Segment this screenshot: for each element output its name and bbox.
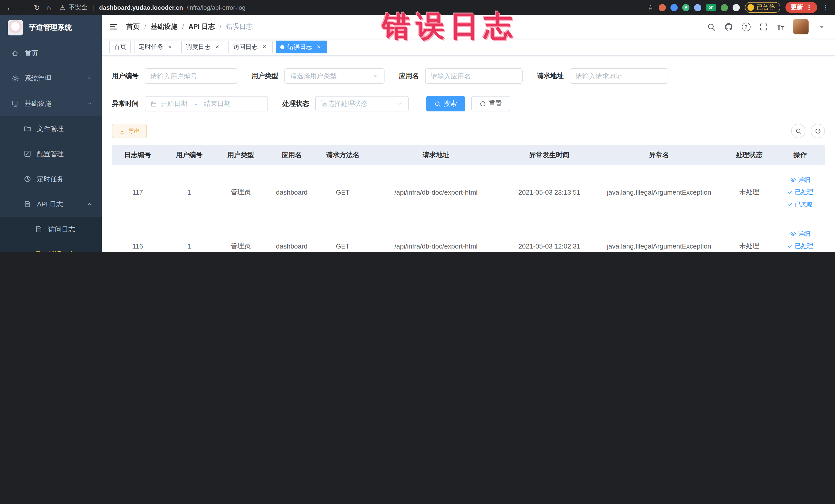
update-button[interactable]: 更新 ⋮ <box>786 2 817 13</box>
toggle-search-button[interactable] <box>791 124 806 138</box>
app-name-input[interactable] <box>425 68 523 84</box>
column-header: 请求地址 <box>369 145 504 165</box>
user-avatar[interactable] <box>793 19 809 35</box>
edit-icon <box>24 150 31 158</box>
bookmark-star-icon[interactable]: ☆ <box>648 4 653 11</box>
cell-actions: 详细已处理已忽略 <box>775 165 825 219</box>
browser-home-button[interactable]: ⌂ <box>46 4 51 11</box>
extension-puzzle-icon[interactable] <box>659 4 666 11</box>
column-header: 操作 <box>775 145 825 165</box>
breadcrumb-item[interactable]: API 日志 <box>189 22 215 31</box>
sidebar-item-label: 配置管理 <box>37 149 64 158</box>
app-logo[interactable]: 芋道管理系统 <box>0 15 102 41</box>
search-button[interactable]: 搜索 <box>426 96 465 112</box>
user-id-input[interactable] <box>145 68 237 84</box>
check-icon <box>787 243 793 249</box>
export-button[interactable]: 导出 <box>112 124 147 138</box>
end-date-placeholder: 结束日期 <box>204 99 231 108</box>
forward-button[interactable]: → <box>20 4 27 11</box>
close-tab-icon[interactable]: × <box>261 43 268 51</box>
filter-row-2: 异常时间 开始日期 - 结束日期 处理状态 请选择处理状态 <box>112 96 825 112</box>
cell-time: 2021-05-03 23:13:51 <box>503 165 595 219</box>
sidebar-item-error-log[interactable]: 错误日志 <box>0 242 102 252</box>
paused-badge[interactable]: 已暂停 <box>745 2 780 13</box>
refresh-table-button[interactable] <box>811 124 825 138</box>
sidebar-item-api-log[interactable]: API 日志 <box>0 191 102 217</box>
tab-label: 首页 <box>114 43 126 52</box>
column-header: 异常发生时间 <box>503 145 595 165</box>
back-button[interactable]: ← <box>6 4 13 11</box>
document-icon <box>35 250 43 252</box>
column-header: 日志编号 <box>112 145 163 165</box>
fullscreen-icon[interactable] <box>759 22 768 31</box>
process-status-placeholder: 请选择处理状态 <box>321 99 368 108</box>
close-tab-icon[interactable]: × <box>213 43 221 51</box>
sidebar-item-home[interactable]: 首页 <box>0 41 102 66</box>
cell-status: 未处理 <box>723 165 776 219</box>
breadcrumb-item[interactable]: 基础设施 <box>151 22 177 31</box>
filter-row-1: 用户编号 用户类型 请选择用户类型 应用名 <box>112 68 825 84</box>
start-date-placeholder: 开始日期 <box>161 99 187 108</box>
eye-icon <box>790 177 796 183</box>
action-detail[interactable]: 详细 <box>790 229 810 238</box>
cell-status: 未处理 <box>723 219 776 252</box>
column-header: 应用名 <box>266 145 317 165</box>
export-button-label: 导出 <box>128 126 140 135</box>
cell-app_name: dashboard <box>266 165 317 219</box>
sidebar-item-job[interactable]: 定时任务 <box>0 166 102 191</box>
check-icon <box>787 189 793 195</box>
font-size-icon[interactable]: TT <box>776 23 785 31</box>
hamburger-icon[interactable] <box>109 22 118 31</box>
reset-button[interactable]: 重置 <box>471 96 510 112</box>
refresh-icon <box>480 100 486 107</box>
extension-leaf-icon[interactable] <box>721 4 728 11</box>
action-processed[interactable]: 已处理 <box>787 242 813 250</box>
action-processed[interactable]: 已处理 <box>787 188 813 196</box>
sidebar-item-file[interactable]: 文件管理 <box>0 116 102 141</box>
address-bar[interactable]: ⚠ 不安全 | dashboard.yudao.iocoder.cn/infra… <box>60 3 641 12</box>
tab-调度日志[interactable]: 调度日志× <box>181 41 225 54</box>
reload-button[interactable]: ↻ <box>34 4 40 11</box>
tab-访问日志[interactable]: 访问日志× <box>228 41 272 54</box>
process-status-select[interactable]: 请选择处理状态 <box>315 96 409 112</box>
caret-down-icon[interactable] <box>817 22 826 31</box>
sidebar: 芋道管理系统 首页系统管理基础设施文件管理配置管理定时任务API 日志访问日志错… <box>0 15 102 252</box>
extension-paw-icon[interactable] <box>733 4 740 11</box>
extension-drop-icon[interactable] <box>670 4 678 11</box>
tab-首页[interactable]: 首页 <box>109 41 131 54</box>
sidebar-item-label: 定时任务 <box>37 174 64 184</box>
navbar-actions: ? TT <box>707 19 826 35</box>
exception-time-range[interactable]: 开始日期 - 结束日期 <box>145 96 268 112</box>
search-icon[interactable] <box>707 22 715 31</box>
home-icon <box>11 49 19 57</box>
action-detail[interactable]: 详细 <box>790 175 810 184</box>
user-type-select[interactable]: 请选择用户类型 <box>284 68 385 84</box>
chevron-down-icon <box>397 101 403 107</box>
sidebar-item-access-log[interactable]: 访问日志 <box>0 217 102 242</box>
request-url-input[interactable] <box>570 68 668 84</box>
browser-menu-icon[interactable]: ⋮ <box>822 4 829 11</box>
cell-user_id: 1 <box>163 165 215 219</box>
cell-app_name: dashboard <box>266 219 317 252</box>
github-icon[interactable] <box>724 22 733 31</box>
search-icon <box>795 127 802 134</box>
table-toolbar: 导出 <box>112 124 825 138</box>
sidebar-item-config[interactable]: 配置管理 <box>0 141 102 166</box>
extension-on-badge-icon[interactable]: on <box>706 4 716 11</box>
extension-vue-icon[interactable]: V <box>682 4 690 11</box>
tab-错误日志[interactable]: 错误日志× <box>276 41 327 54</box>
close-tab-icon[interactable]: × <box>315 43 322 51</box>
browser-actions: ☆ Von 已暂停 更新 ⋮ ⋮ <box>648 2 829 13</box>
breadcrumb-separator: / <box>144 23 146 31</box>
address-divider: | <box>93 4 94 11</box>
help-icon[interactable]: ? <box>741 22 750 31</box>
cell-url: /api/infra/db-doc/export-html <box>369 165 504 219</box>
breadcrumb-item[interactable]: 首页 <box>126 22 140 31</box>
user-type-label: 用户类型 <box>251 72 278 81</box>
sidebar-item-system[interactable]: 系统管理 <box>0 66 102 91</box>
action-ignored[interactable]: 已忽略 <box>787 200 813 209</box>
close-tab-icon[interactable]: × <box>166 43 174 51</box>
tab-定时任务[interactable]: 定时任务× <box>134 41 178 54</box>
sidebar-item-infra[interactable]: 基础设施 <box>0 91 102 116</box>
extension-grid-icon[interactable] <box>694 4 701 11</box>
